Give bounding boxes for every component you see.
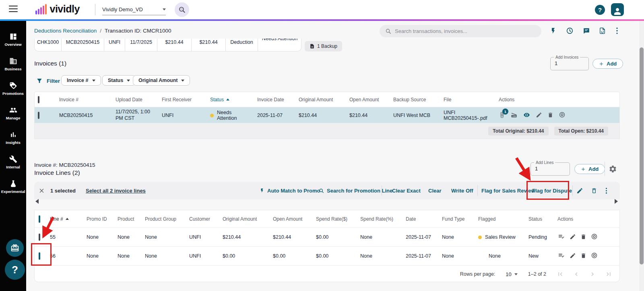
filter-chip-original-amount[interactable]: Original Amount bbox=[133, 75, 190, 86]
invoice-table-row[interactable]: MCB20250415 11/7/2025, 1:00 PM CST UNFI … bbox=[35, 107, 619, 123]
line-56-checkbox[interactable] bbox=[39, 252, 40, 260]
col-product[interactable]: Product bbox=[118, 216, 145, 222]
col-product-group[interactable]: Product Group bbox=[145, 216, 189, 222]
invoice-row-checkbox[interactable] bbox=[38, 112, 39, 119]
col-spend-rate-dollar[interactable]: Spend Rate($) bbox=[316, 216, 360, 222]
first-page-icon[interactable] bbox=[557, 271, 564, 278]
rows-per-page-select[interactable]: 10 bbox=[506, 271, 517, 277]
view-button[interactable] bbox=[523, 112, 530, 119]
sidebar-item-internal[interactable]: Internal bbox=[0, 150, 26, 174]
transaction-summary-row[interactable]: CHK1000 MCB20250415 UNFI 11/7/2025 $210.… bbox=[34, 39, 301, 51]
col-fund-type[interactable]: Fund Type bbox=[442, 216, 478, 222]
help-button[interactable]: ? bbox=[595, 5, 605, 15]
add-invoice-button[interactable]: Add bbox=[592, 59, 623, 69]
rewards-button[interactable] bbox=[6, 239, 24, 257]
breadcrumb-parent-link[interactable]: Deductions Reconciliation bbox=[34, 28, 97, 34]
attachments-button[interactable] bbox=[599, 27, 606, 36]
add-lines-field[interactable]: Add Lines bbox=[530, 160, 570, 176]
add-invoices-field[interactable]: Add Invoices bbox=[550, 55, 589, 70]
edit-lines-button[interactable] bbox=[576, 182, 583, 199]
sidebar-item-insights[interactable]: Insights bbox=[0, 125, 26, 150]
delete-button[interactable] bbox=[580, 252, 586, 260]
line-row-55[interactable]: 55 None None None UNFI $210.44 $210.44 $… bbox=[35, 228, 619, 247]
col-date[interactable]: Date bbox=[406, 216, 442, 222]
select-all-invoices-checkbox[interactable] bbox=[38, 96, 39, 103]
flag-for-sales-review-button[interactable]: Flag for Sales Review bbox=[481, 182, 535, 199]
delete-button[interactable] bbox=[580, 234, 586, 241]
scroll-right-arrow[interactable] bbox=[615, 199, 618, 204]
select-all-lines-checkbox[interactable] bbox=[39, 215, 40, 223]
col-flagged[interactable]: Flagged bbox=[478, 216, 528, 222]
clear-selection-button[interactable] bbox=[38, 182, 45, 199]
sidebar-item-manage[interactable]: Manage bbox=[0, 101, 26, 125]
sidebar-item-business[interactable]: Business bbox=[0, 52, 26, 76]
delete-button[interactable] bbox=[547, 112, 553, 119]
attachment-button[interactable]: 1 bbox=[499, 111, 505, 120]
col-original-amount[interactable]: Original Amount bbox=[223, 216, 273, 222]
col-customer[interactable]: Customer bbox=[189, 216, 223, 222]
history-button[interactable] bbox=[566, 27, 574, 36]
add-lines-input[interactable] bbox=[531, 166, 561, 174]
add-invoices-input[interactable] bbox=[551, 60, 581, 69]
col-status[interactable]: Status bbox=[528, 216, 557, 222]
scroll-left-arrow[interactable] bbox=[35, 199, 39, 204]
match-details-button[interactable] bbox=[557, 252, 565, 260]
col-file[interactable]: File bbox=[437, 97, 492, 102]
filter-chip-status[interactable]: Status bbox=[102, 75, 136, 86]
delete-lines-button[interactable] bbox=[591, 182, 597, 199]
select-all-lines-link[interactable]: Select all 2 invoice lines bbox=[86, 182, 146, 199]
vertical-scrollbar-thumb[interactable] bbox=[640, 47, 644, 264]
more-options-button[interactable] bbox=[616, 27, 618, 36]
add-line-button[interactable]: Add bbox=[574, 164, 605, 174]
sidebar-item-promotions[interactable]: Promotions bbox=[0, 76, 26, 101]
edit-button[interactable] bbox=[570, 234, 576, 241]
last-page-icon[interactable] bbox=[605, 271, 612, 278]
col-first-receiver[interactable]: First Receiver bbox=[155, 97, 204, 102]
col-open-amount[interactable]: Open Amount bbox=[343, 97, 387, 102]
col-open-amount[interactable]: Open Amount bbox=[273, 216, 316, 222]
sidebar-item-experimental[interactable]: Experimental bbox=[0, 174, 26, 199]
col-spend-rate-percent[interactable]: Spend Rate(%) bbox=[360, 216, 406, 222]
quick-actions-button[interactable] bbox=[550, 27, 557, 36]
col-invoice-number[interactable]: Invoice # bbox=[53, 97, 109, 102]
hamburger-menu-icon[interactable] bbox=[9, 6, 18, 13]
filter-control[interactable]: Filter bbox=[36, 78, 60, 84]
filter-chip-invoice-number[interactable]: Invoice # bbox=[61, 75, 101, 86]
line-row-56[interactable]: 56 None None None UNFI $0.00 $0.00 $0.00… bbox=[35, 247, 619, 266]
line-55-checkbox[interactable] bbox=[39, 234, 40, 241]
audit-button[interactable] bbox=[559, 111, 566, 119]
audit-button[interactable] bbox=[591, 252, 598, 260]
col-status[interactable]: Status bbox=[204, 97, 251, 102]
col-backup-source[interactable]: Backup Source bbox=[387, 97, 437, 102]
col-line-number[interactable]: Line # bbox=[50, 216, 87, 222]
workspace-selector[interactable]: Vividly Demo_VD bbox=[102, 4, 166, 15]
col-original-amount[interactable]: Original Amount bbox=[292, 97, 343, 102]
lens-search-button[interactable] bbox=[175, 2, 189, 17]
write-off-button[interactable]: Write Off bbox=[451, 182, 473, 199]
auto-match-button[interactable]: Auto Match to Promo bbox=[260, 182, 320, 199]
next-page-icon[interactable] bbox=[589, 271, 596, 278]
audit-button[interactable] bbox=[591, 233, 598, 241]
col-invoice-date[interactable]: Invoice Date bbox=[251, 97, 292, 102]
comments-button[interactable] bbox=[583, 27, 590, 36]
lines-more-options-button[interactable] bbox=[605, 182, 607, 199]
scan-button[interactable] bbox=[510, 111, 518, 120]
sidebar-item-overview[interactable]: Overview bbox=[0, 27, 26, 52]
edit-button[interactable] bbox=[536, 112, 542, 119]
clear-button[interactable]: Clear bbox=[428, 182, 442, 199]
user-avatar-button[interactable] bbox=[611, 3, 624, 16]
prev-page-icon[interactable] bbox=[573, 271, 580, 278]
global-search[interactable] bbox=[380, 25, 541, 37]
backup-chip[interactable]: 1 Backup bbox=[305, 41, 342, 51]
edit-button[interactable] bbox=[570, 252, 576, 260]
col-upload-date[interactable]: Upload Date bbox=[109, 97, 155, 102]
search-input[interactable] bbox=[395, 28, 528, 34]
clear-exact-button[interactable]: Clear Exact bbox=[392, 182, 421, 199]
brand-logo[interactable]: vividly bbox=[35, 3, 80, 15]
col-promo-id[interactable]: Promo ID bbox=[87, 216, 118, 222]
support-button[interactable]: ? bbox=[5, 260, 25, 280]
flag-for-dispute-button[interactable]: Flag for Dispute bbox=[532, 182, 572, 199]
match-details-button[interactable] bbox=[557, 233, 565, 241]
topbar-divider bbox=[95, 4, 95, 15]
table-settings-button[interactable] bbox=[609, 165, 617, 175]
